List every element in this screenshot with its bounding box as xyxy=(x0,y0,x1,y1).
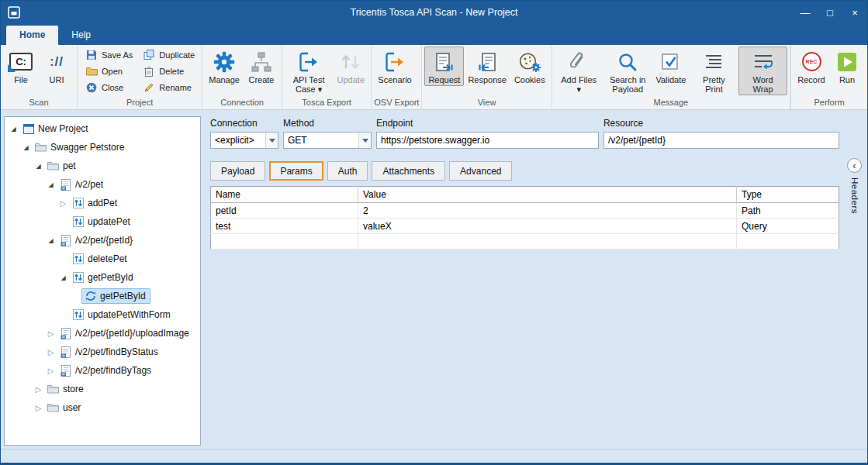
tree-item[interactable]: ▷addPet xyxy=(5,194,200,212)
close-project-icon xyxy=(85,82,99,93)
endpoint-input[interactable]: https://petstore.swagger.io xyxy=(376,132,599,149)
manage-connection-button[interactable]: Manage xyxy=(205,46,244,86)
text-lines-icon xyxy=(704,50,724,74)
tree-item[interactable]: ◢New Project xyxy=(5,119,200,138)
uri-button[interactable]: :// URI xyxy=(39,46,74,86)
tab-attachments[interactable]: Attachments xyxy=(372,161,445,181)
collapse-arrow-icon[interactable]: ◢ xyxy=(8,126,19,133)
headers-side-tab[interactable]: ‹ Headers xyxy=(847,158,862,214)
close-button[interactable]: × xyxy=(842,1,867,24)
expand-arrow-icon[interactable]: ▷ xyxy=(45,367,57,375)
collapse-arrow-icon[interactable]: ◢ xyxy=(45,237,57,244)
add-files-button[interactable]: Add Files ▾ xyxy=(555,46,603,95)
tree-item[interactable]: ▷user xyxy=(5,398,200,417)
api-test-case-button[interactable]: API Test Case ▾ xyxy=(285,46,333,95)
minimize-button[interactable]: — xyxy=(793,1,818,24)
file-button[interactable]: C: File xyxy=(3,46,39,86)
group-label-message: Message xyxy=(555,96,787,109)
open-button[interactable]: Open xyxy=(80,63,137,79)
param-row[interactable]: petId2Path xyxy=(211,203,839,219)
tree-item-label: getPetById xyxy=(100,291,146,301)
expand-arrow-icon[interactable]: ▷ xyxy=(33,404,44,412)
cookies-button[interactable]: Cookies xyxy=(510,46,549,86)
dropdown-arrow-icon[interactable] xyxy=(265,133,278,148)
duplicate-button[interactable]: Duplicate xyxy=(137,46,199,63)
close-project-button[interactable]: Close xyxy=(80,79,137,95)
ribbon-group-osv-export: Scenario OSV Export xyxy=(372,45,422,109)
pretty-print-button[interactable]: Pretty Print xyxy=(690,46,738,95)
search-icon xyxy=(617,50,638,74)
tree-item[interactable]: ▷/v2/pet/findByTags xyxy=(5,361,200,380)
params-table: Name Value Type petId2PathtestvalueXQuer… xyxy=(210,186,839,250)
expand-arrow-icon[interactable]: ▷ xyxy=(45,329,57,338)
rename-button[interactable]: Rename xyxy=(137,79,199,95)
tree-item[interactable]: ▷store xyxy=(5,380,200,398)
tab-auth[interactable]: Auth xyxy=(327,161,368,181)
collapse-arrow-icon[interactable]: ◢ xyxy=(20,144,32,151)
save-as-button[interactable]: Save As xyxy=(80,46,137,63)
param-row[interactable] xyxy=(211,234,839,250)
tree-item[interactable]: updatePet xyxy=(5,212,200,231)
tree-item[interactable]: ▷/v2/pet/{petId}/uploadImage xyxy=(5,324,200,343)
param-type-cell[interactable] xyxy=(737,234,839,250)
create-connection-button[interactable]: Create xyxy=(244,46,279,86)
tree-item[interactable]: ◢/v2/pet xyxy=(5,175,200,194)
tab-help[interactable]: Help xyxy=(58,26,104,45)
param-type-cell[interactable]: Path xyxy=(737,203,839,219)
param-row[interactable]: testvalueXQuery xyxy=(211,219,839,234)
param-value-cell[interactable]: 2 xyxy=(358,203,737,219)
param-value-cell[interactable]: valueX xyxy=(358,219,737,234)
title-bar: Tricentis Tosca API Scan - New Project —… xyxy=(1,1,867,24)
validate-button[interactable]: Validate xyxy=(652,46,690,86)
expand-arrow-icon[interactable]: ▷ xyxy=(33,385,44,394)
tab-advanced[interactable]: Advanced xyxy=(449,161,512,181)
dropdown-arrow-icon[interactable] xyxy=(358,133,371,148)
params-table-body: petId2PathtestvalueXQuery xyxy=(211,203,839,250)
ribbon-group-tosca-export: API Test Case ▾ Update Tosca Export xyxy=(282,45,372,109)
method-select[interactable]: GET xyxy=(283,132,372,149)
param-name-cell[interactable] xyxy=(211,234,358,250)
file-button-label: File xyxy=(14,75,28,84)
operation-icon xyxy=(71,253,85,264)
tree-item[interactable]: updatePetWithForm xyxy=(5,305,200,324)
tree-item[interactable]: ◢getPetById xyxy=(5,268,200,287)
expand-arrow-icon[interactable]: ▷ xyxy=(45,348,57,356)
tab-home[interactable]: Home xyxy=(6,26,58,45)
record-button[interactable]: REC Record xyxy=(794,46,829,86)
param-value-cell[interactable] xyxy=(358,234,737,250)
run-button[interactable]: Run xyxy=(829,46,865,86)
scenario-button[interactable]: Scenario xyxy=(374,46,415,86)
tree-item[interactable]: ◢pet xyxy=(5,157,200,175)
column-header-type[interactable]: Type xyxy=(737,187,839,203)
resource-input[interactable]: /v2/pet/{petId} xyxy=(603,132,839,149)
folder-icon xyxy=(34,143,47,152)
tree-item[interactable]: ◢Swagger Petstore xyxy=(5,138,200,157)
connection-select[interactable]: <explicit> xyxy=(210,132,278,149)
tree-item[interactable]: deletePet xyxy=(5,250,200,268)
request-view-button[interactable]: Request xyxy=(424,46,464,86)
param-name-cell[interactable]: petId xyxy=(211,203,358,219)
status-bar xyxy=(1,449,867,463)
tree-item[interactable]: ◢/v2/pet/{petId} xyxy=(5,231,200,250)
delete-button[interactable]: Delete xyxy=(137,63,199,79)
collapse-arrow-icon[interactable]: ◢ xyxy=(33,163,44,170)
refresh-icon xyxy=(84,291,97,301)
connection-value: <explicit> xyxy=(215,135,254,146)
response-view-button[interactable]: Response xyxy=(464,46,510,86)
tab-params[interactable]: Params xyxy=(269,161,323,181)
api-test-case-icon xyxy=(297,50,320,74)
tree-item[interactable]: ▷/v2/pet/findByStatus xyxy=(5,343,200,361)
tree-item[interactable]: getPetById xyxy=(5,287,200,305)
param-name-cell[interactable]: test xyxy=(211,219,358,234)
expand-arrow-icon[interactable]: ▷ xyxy=(57,199,69,208)
word-wrap-button[interactable]: Word Wrap xyxy=(738,46,787,95)
collapse-arrow-icon[interactable]: ◢ xyxy=(45,181,57,188)
column-header-value[interactable]: Value xyxy=(358,187,737,203)
column-header-name[interactable]: Name xyxy=(211,187,358,203)
search-in-payload-button[interactable]: Search in Payload xyxy=(603,46,652,95)
param-type-cell[interactable]: Query xyxy=(737,219,839,234)
tab-payload[interactable]: Payload xyxy=(210,161,265,181)
collapse-arrow-icon[interactable]: ◢ xyxy=(57,274,69,281)
collapse-chevron-icon[interactable]: ‹ xyxy=(847,158,862,173)
maximize-button[interactable]: □ xyxy=(818,1,842,24)
